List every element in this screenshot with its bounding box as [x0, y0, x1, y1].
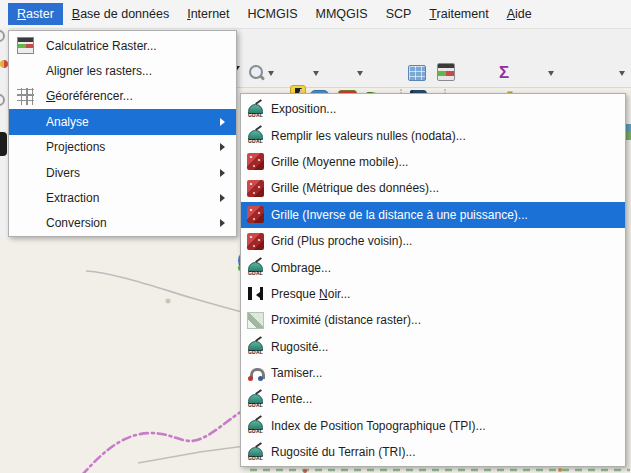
gdal-dem-icon — [247, 444, 264, 461]
submenu-item-label: Rugosité du Terrain (TRI)... — [271, 445, 416, 459]
submenu-arrow-icon — [220, 118, 229, 126]
no-icon — [17, 113, 34, 130]
grid-red-icon — [247, 233, 264, 250]
dropdown-arrow-icon[interactable] — [357, 71, 363, 79]
menu-aide[interactable]: Aide — [498, 3, 541, 25]
grid-red-icon — [247, 153, 264, 170]
gdal-dem-icon — [247, 391, 264, 408]
menu-item-label: Conversion — [46, 216, 107, 230]
submenu-item-grid-plus-proche-voisin[interactable]: Grid (Plus proche voisin)... — [241, 228, 625, 254]
menu-item-label: Aligner les rasters... — [46, 64, 152, 78]
no-icon — [17, 215, 34, 232]
attribute-table-icon[interactable] — [408, 65, 426, 81]
submenu-arrow-icon — [220, 169, 229, 177]
submenu-item-grille-inverse-distance[interactable]: Grille (Inverse de la distance à une pui… — [241, 202, 625, 228]
field-calculator-icon[interactable] — [437, 63, 455, 81]
menu-base-de-donnees[interactable]: Base de données — [63, 3, 178, 25]
menu-item-label: Extraction — [46, 191, 99, 205]
no-icon — [17, 63, 34, 80]
menu-item-conversion[interactable]: Conversion — [9, 211, 236, 236]
menu-item-projections[interactable]: Projections — [9, 135, 236, 160]
gdal-dem-icon — [247, 417, 264, 434]
submenu-item-label: Grille (Moyenne mobile)... — [271, 155, 408, 169]
dropdown-arrow-icon[interactable] — [548, 71, 554, 79]
menu-scp[interactable]: SCP — [377, 3, 421, 25]
menu-item-label: Calculatrice Raster... — [46, 39, 157, 53]
submenu-item-label: Pente... — [271, 392, 312, 406]
submenu-item-label: Exposition... — [271, 102, 336, 116]
gdal-dem-icon — [247, 101, 264, 118]
submenu-item-label: Grid (Plus proche voisin)... — [271, 234, 412, 248]
grid-red-icon — [247, 180, 264, 197]
submenu-item-rugosite-terrain[interactable]: Rugosité du Terrain (TRI)... — [241, 439, 625, 465]
submenu-item-tamiser[interactable]: Tamiser... — [241, 360, 625, 386]
submenu-item-label: Remplir les valeurs nulles (nodata)... — [271, 129, 466, 143]
gdal-dem-icon — [247, 338, 264, 355]
menu-item-divers[interactable]: Divers — [9, 160, 236, 185]
statistics-sigma-icon[interactable]: Σ — [494, 63, 514, 83]
menu-item-label: Divers — [46, 166, 80, 180]
menu-raster[interactable]: Raster — [8, 3, 63, 25]
menu-item-label: Analyse — [46, 115, 89, 129]
georeferencer-icon — [17, 88, 34, 105]
dropdown-arrow-icon[interactable] — [268, 71, 274, 79]
menu-traitement[interactable]: Traitement — [420, 3, 497, 25]
submenu-item-pente[interactable]: Pente... — [241, 386, 625, 412]
no-icon — [17, 190, 34, 207]
gdal-dem-icon — [247, 259, 264, 276]
submenu-item-label: Index de Position Topographique (TPI)... — [271, 419, 486, 433]
partial-icon — [0, 94, 5, 106]
menu-item-extraction[interactable]: Extraction — [9, 185, 236, 210]
menu-item-analyse[interactable]: Analyse — [9, 109, 236, 134]
submenu-arrow-icon — [220, 194, 229, 202]
submenu-item-remplir-valeurs-nulles[interactable]: Remplir les valeurs nulles (nodata)... — [241, 122, 625, 148]
partial-icon — [0, 132, 7, 156]
menu-item-aligner-les-rasters[interactable]: Aligner les rasters... — [9, 58, 236, 83]
submenu-arrow-icon — [220, 219, 229, 227]
menubar: Raster Base de données Internet HCMGIS M… — [0, 0, 631, 28]
submenu-item-label: Grille (Inverse de la distance à une pui… — [271, 208, 528, 222]
zoom-search-icon[interactable] — [247, 63, 267, 83]
analyse-submenu-panel: Exposition... Remplir les valeurs nulles… — [240, 93, 626, 467]
submenu-item-label: Presque Noir... — [271, 287, 350, 301]
qgis-window: { "menubar": { "items": [ { "label": "Ra… — [0, 0, 631, 473]
raster-calculator-icon — [17, 37, 34, 54]
submenu-item-grille-moyenne-mobile[interactable]: Grille (Moyenne mobile)... — [241, 149, 625, 175]
menu-item-label: Projections — [46, 140, 105, 154]
submenu-item-proximite[interactable]: Proximité (distance raster)... — [241, 307, 625, 333]
raster-menu-panel: Calculatrice Raster... Aligner les raste… — [8, 30, 237, 237]
submenu-item-label: Rugosité... — [271, 340, 328, 354]
no-icon — [17, 164, 34, 181]
menu-internet[interactable]: Internet — [178, 3, 238, 25]
dropdown-arrow-icon[interactable] — [313, 71, 319, 79]
partial-icon — [0, 60, 8, 68]
submenu-arrow-icon — [220, 143, 229, 151]
submenu-item-rugosite[interactable]: Rugosité... — [241, 334, 625, 360]
submenu-item-label: Tamiser... — [271, 366, 322, 380]
menu-item-label: Géoréférencer... — [46, 89, 133, 103]
submenu-item-label: Ombrage... — [271, 261, 331, 275]
menu-mmqgis[interactable]: MMQGIS — [307, 3, 377, 25]
no-icon — [17, 139, 34, 156]
gdal-dem-icon — [247, 127, 264, 144]
submenu-item-grille-metrique-donnees[interactable]: Grille (Métrique des données)... — [241, 175, 625, 201]
submenu-item-index-position-topographique[interactable]: Index de Position Topographique (TPI)... — [241, 413, 625, 439]
left-toolbar-strip — [0, 28, 8, 238]
dropdown-arrow-icon[interactable] — [619, 71, 625, 79]
menu-item-georeferencer[interactable]: Géoréférencer... — [9, 84, 236, 109]
nearblack-icon — [247, 285, 264, 302]
submenu-item-label: Grille (Métrique des données)... — [271, 181, 439, 195]
submenu-item-ombrage[interactable]: Ombrage... — [241, 254, 625, 280]
submenu-item-label: Proximité (distance raster)... — [271, 313, 421, 327]
menu-hcmgis[interactable]: HCMGIS — [239, 3, 307, 25]
menu-item-calculatrice-raster[interactable]: Calculatrice Raster... — [9, 33, 236, 58]
proximity-icon — [247, 312, 264, 329]
submenu-item-presque-noir[interactable]: Presque Noir... — [241, 281, 625, 307]
submenu-item-exposition[interactable]: Exposition... — [241, 96, 625, 122]
grid-red-icon — [247, 206, 264, 223]
sieve-icon — [247, 365, 264, 382]
partial-icon — [0, 30, 5, 42]
